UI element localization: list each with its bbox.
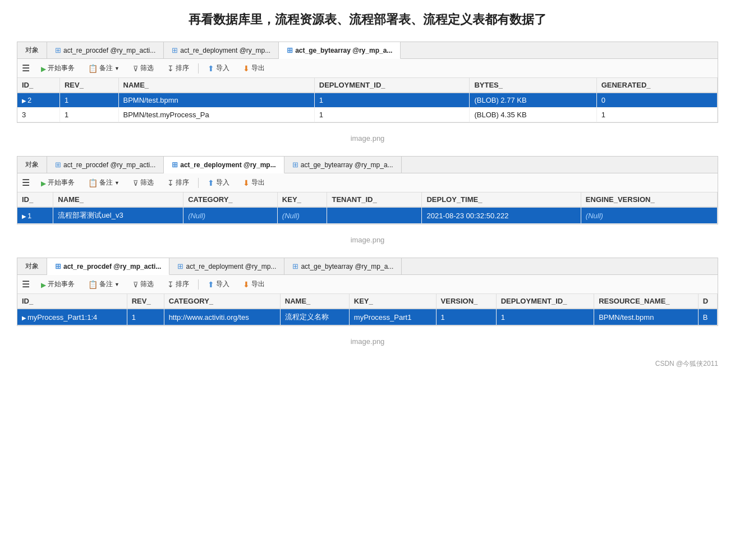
sort-button[interactable]: 排序 xyxy=(163,62,194,75)
filter-button[interactable]: 筛选 xyxy=(128,62,158,75)
dropdown-arrow: ▼ xyxy=(114,66,120,71)
tab-procdef-2[interactable]: act_re_procdef @ry_mp_acti... xyxy=(47,157,164,173)
col-key: KEY_ xyxy=(277,192,327,207)
tab-deployment-3[interactable]: act_re_deployment @ry_mp... xyxy=(169,258,284,274)
deployment-table: ID_ NAME_ CATEGORY_ KEY_ TENANT_ID_ DEPL… xyxy=(17,192,718,224)
start-transaction-button[interactable]: 开始事务 xyxy=(36,278,79,291)
table-icon xyxy=(55,160,61,169)
notes-button[interactable]: 📋 备注 ▼ xyxy=(84,62,124,75)
tab-bytearray-1[interactable]: act_ge_bytearray @ry_mp_a... xyxy=(279,42,401,59)
filter-button[interactable]: 筛选 xyxy=(128,176,158,189)
caption-2: image.png xyxy=(17,236,718,244)
col-resource-name: RESOURCE_NAME_ xyxy=(594,294,699,309)
notes-button[interactable]: 📋 备注 ▼ xyxy=(84,278,124,291)
cell-generated: 0 xyxy=(596,93,717,108)
toolbar-2: 开始事务 📋 备注 ▼ 筛选 排序 ⬆ 导入 ⬇ 导出 xyxy=(17,173,718,192)
filter-button[interactable]: 筛选 xyxy=(128,278,158,291)
tab-object-2[interactable]: 对象 xyxy=(17,157,47,173)
cell-name: 流程部署测试uel_v3 xyxy=(53,207,183,224)
table-row[interactable]: ▶2 1 BPMN/test.bpmn 1 (BLOB) 2.77 KB 0 xyxy=(17,93,718,108)
table-icon xyxy=(172,46,178,54)
cell-id: ▶2 xyxy=(17,93,59,108)
row-arrow: ▶ xyxy=(22,98,26,104)
cell-deploy-time: 2021-08-23 00:32:50.222 xyxy=(422,207,581,224)
cell-bytes: (BLOB) 2.77 KB xyxy=(470,93,596,108)
menu-icon[interactable] xyxy=(22,279,30,290)
separator xyxy=(198,279,199,290)
cell-name: 流程定义名称 xyxy=(280,309,349,325)
export-icon: ⬇ xyxy=(243,64,250,73)
tab-bytearray-3[interactable]: act_ge_bytearray @ry_mp_a... xyxy=(284,258,402,274)
tab-label: act_re_procdef @ry_mp_acti... xyxy=(63,161,155,169)
tab-label: 对象 xyxy=(25,45,39,55)
cell-key: (Null) xyxy=(277,207,327,224)
tab-label: act_ge_bytearray @ry_mp_a... xyxy=(295,47,392,54)
import-button[interactable]: ⬆ 导入 xyxy=(203,176,234,189)
cell-resource-name: BPMN/test.bpmn xyxy=(594,309,699,325)
import-button[interactable]: ⬆ 导入 xyxy=(203,278,234,291)
col-engine-version: ENGINE_VERSION_ xyxy=(581,192,717,207)
col-rev: REV_ xyxy=(127,294,164,309)
btn-label: 筛选 xyxy=(140,178,154,187)
separator xyxy=(198,63,199,74)
tab-label: act_re_deployment @ry_mp... xyxy=(180,47,270,54)
tab-label: act_ge_bytearray @ry_mp_a... xyxy=(301,263,393,270)
tab-bytearray-2[interactable]: act_ge_bytearray @ry_mp_a... xyxy=(284,157,402,173)
sort-button[interactable]: 排序 xyxy=(163,176,194,189)
col-version: VERSION_ xyxy=(436,294,496,309)
table-icon xyxy=(55,46,61,54)
sort-icon xyxy=(167,178,174,187)
col-d: D xyxy=(698,294,717,309)
cell-deployment-id: 1 xyxy=(314,108,470,122)
export-button[interactable]: ⬇ 导出 xyxy=(238,278,269,291)
tab-label: act_re_deployment @ry_mp... xyxy=(186,263,276,270)
col-tenant-id: TENANT_ID_ xyxy=(327,192,422,207)
col-name: NAME_ xyxy=(53,192,183,207)
start-transaction-button[interactable]: 开始事务 xyxy=(36,62,79,75)
start-transaction-button[interactable]: 开始事务 xyxy=(36,176,79,189)
btn-label: 导入 xyxy=(216,63,229,73)
import-button[interactable]: ⬆ 导入 xyxy=(203,62,234,75)
cell-category: (Null) xyxy=(183,207,278,224)
export-button[interactable]: ⬇ 导出 xyxy=(238,176,269,189)
tab-deployment-1[interactable]: act_re_deployment @ry_mp... xyxy=(164,42,279,58)
import-icon: ⬆ xyxy=(208,64,214,73)
notes-button[interactable]: 📋 备注 ▼ xyxy=(84,176,124,189)
cell-id: ▶1 xyxy=(17,207,53,224)
table-row[interactable]: ▶myProcess_Part1:1:4 1 http://www.activi… xyxy=(17,309,718,325)
col-rev: REV_ xyxy=(59,78,118,93)
tab-bar-1: 对象 act_re_procdef @ry_mp_acti... act_re_… xyxy=(17,42,718,59)
row-arrow: ▶ xyxy=(22,213,26,219)
export-icon: ⬇ xyxy=(243,280,250,289)
btn-label: 备注 xyxy=(99,178,113,187)
panel-procdef: 对象 act_re_procdef @ry_mp_acti... act_re_… xyxy=(17,258,718,326)
btn-label: 导入 xyxy=(216,178,229,187)
table-row[interactable]: 3 1 BPMN/test.myProcess_Pa 1 (BLOB) 4.35… xyxy=(17,108,718,122)
cell-rev: 1 xyxy=(59,93,118,108)
null-value: (Null) xyxy=(188,212,205,220)
menu-icon[interactable] xyxy=(22,63,30,74)
btn-label: 筛选 xyxy=(140,279,154,289)
import-icon: ⬆ xyxy=(208,178,214,187)
col-id: ID_ xyxy=(17,192,53,207)
btn-label: 筛选 xyxy=(140,63,154,73)
import-icon: ⬆ xyxy=(208,280,214,289)
menu-icon[interactable] xyxy=(22,177,30,188)
table-row[interactable]: ▶1 流程部署测试uel_v3 (Null) (Null) 2021-08-23… xyxy=(17,207,718,224)
procdef-table: ID_ REV_ CATEGORY_ NAME_ KEY_ VERSION_ D… xyxy=(17,294,718,325)
tab-object-1[interactable]: 对象 xyxy=(17,42,47,58)
btn-label: 排序 xyxy=(176,178,189,187)
tab-object-3[interactable]: 对象 xyxy=(17,258,47,274)
sort-button[interactable]: 排序 xyxy=(163,278,194,291)
col-bytes: BYTES_ xyxy=(470,78,596,93)
tab-procdef-1[interactable]: act_re_procdef @ry_mp_acti... xyxy=(47,42,164,58)
panel-deployment: 对象 act_re_procdef @ry_mp_acti... act_re_… xyxy=(17,156,718,224)
table-icon xyxy=(287,46,293,54)
tab-bar-3: 对象 act_re_procdef @ry_mp_acti... act_re_… xyxy=(17,258,718,275)
tab-procdef-3[interactable]: act_re_procdef @ry_mp_acti... xyxy=(47,258,169,275)
cell-engine-version: (Null) xyxy=(581,207,717,224)
tab-label: 对象 xyxy=(25,261,39,271)
tab-deployment-2[interactable]: act_re_deployment @ry_mp... xyxy=(164,157,284,173)
export-button[interactable]: ⬇ 导出 xyxy=(238,62,269,75)
cell-key: myProcess_Part1 xyxy=(349,309,436,325)
